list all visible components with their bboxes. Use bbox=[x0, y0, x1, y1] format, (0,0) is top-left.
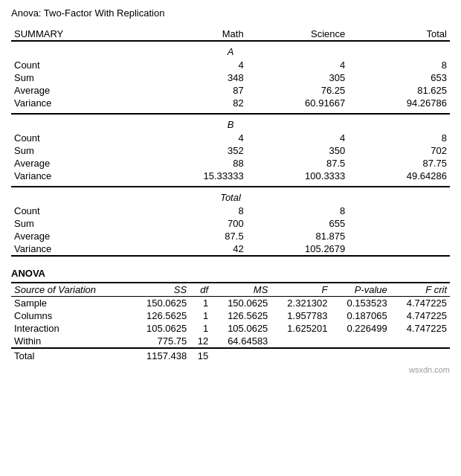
anova-data-row: Sample150.06251150.06252.3213020.1535234… bbox=[11, 297, 450, 310]
group-header-a: A bbox=[11, 41, 450, 59]
table-row: Sum348305653 bbox=[11, 71, 450, 84]
anova-col-header: MS bbox=[211, 283, 271, 297]
anova-label: ANOVA bbox=[11, 268, 450, 279]
summary-label: SUMMARY bbox=[11, 28, 145, 41]
table-row: Variance8260.9166794.26786 bbox=[11, 97, 450, 114]
table-row: Variance42105.2679 bbox=[11, 242, 450, 256]
table-row: Average8776.2581.625 bbox=[11, 84, 450, 97]
anova-col-header: F bbox=[271, 283, 330, 297]
anova-col-header: Source of Variation bbox=[11, 283, 130, 297]
page-title: Anova: Two-Factor With Replication bbox=[11, 7, 450, 19]
anova-total-row: Total1157.43815 bbox=[11, 348, 450, 362]
table-row: Average87.581.875 bbox=[11, 230, 450, 242]
table-row: Sum700655 bbox=[11, 217, 450, 230]
table-row: Count448 bbox=[11, 132, 450, 144]
anova-data-row: Interaction105.06251105.06251.6252010.22… bbox=[11, 322, 450, 335]
table-row: Count88 bbox=[11, 205, 450, 217]
group-header-total: Total bbox=[11, 187, 450, 205]
anova-data-row: Columns126.56251126.56251.9577830.187065… bbox=[11, 309, 450, 322]
total-col-header: Total bbox=[348, 28, 450, 41]
science-col-header: Science bbox=[247, 28, 349, 41]
table-row: Count448 bbox=[11, 59, 450, 71]
anova-col-header: P-value bbox=[331, 283, 390, 297]
table-row: Sum352350702 bbox=[11, 144, 450, 157]
math-col-header: Math bbox=[145, 28, 247, 41]
anova-col-header: df bbox=[190, 283, 211, 297]
table-row: Average8887.587.75 bbox=[11, 157, 450, 170]
anova-col-header: SS bbox=[130, 283, 190, 297]
table-row: Variance15.33333100.333349.64286 bbox=[11, 170, 450, 187]
anova-data-row: Within775.751264.64583 bbox=[11, 335, 450, 348]
anova-col-header: F crit bbox=[390, 283, 450, 297]
watermark: wsxdn.com bbox=[11, 365, 450, 374]
group-header-b: B bbox=[11, 114, 450, 132]
